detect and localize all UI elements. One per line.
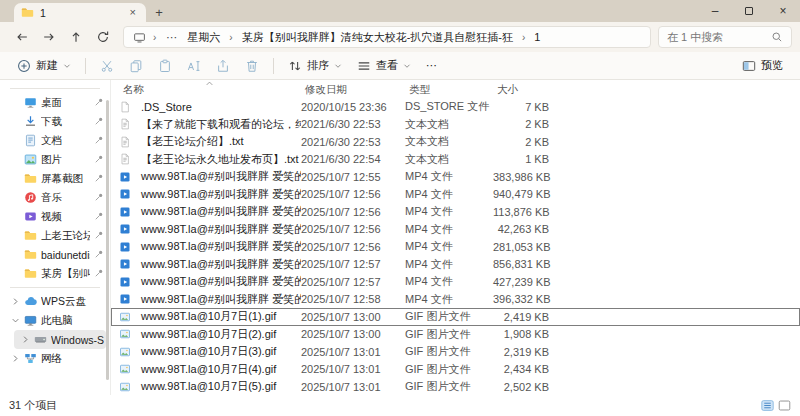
file-row[interactable]: .DS_Store2020/10/15 23:36DS_STORE 文件7 KB xyxy=(111,98,800,116)
maximize-button[interactable] xyxy=(732,0,766,22)
file-row[interactable]: www.98T.la@10月7日(2).gif2025/10/7 13:00GI… xyxy=(111,326,800,344)
breadcrumb-item[interactable]: 某房【别叫我胖胖】清纯女大校花-扒穴道具自慰狂插-狂 xyxy=(240,30,515,45)
maximize-icon xyxy=(745,7,753,15)
file-row[interactable]: www.98T.la@#别叫我胖胖 爱笑的傻白甜学妹...2025/10/7 1… xyxy=(111,203,800,221)
sidebar-item-图片[interactable]: 图片 xyxy=(4,150,106,169)
preview-button-label: 预览 xyxy=(761,58,783,73)
breadcrumb-item[interactable]: 1 xyxy=(532,31,542,43)
search-input[interactable]: 在 1 中搜索 xyxy=(658,26,792,48)
preview-button[interactable]: 预览 xyxy=(735,54,790,78)
paste-button[interactable] xyxy=(151,54,179,78)
sidebar-item-文档[interactable]: 文档 xyxy=(4,131,106,150)
sidebar-item-网络[interactable]: 网络 xyxy=(4,349,106,368)
sidebar-item-label: WPS云盘 xyxy=(41,295,104,309)
breadcrumb-item[interactable]: 星期六 xyxy=(185,30,222,45)
sidebar-divider xyxy=(10,287,100,288)
file-mp4-icon xyxy=(119,241,137,253)
view-icon xyxy=(357,59,371,73)
forward-button[interactable] xyxy=(35,25,62,49)
file-size: 2,434 KB xyxy=(493,363,549,375)
file-date: 2025/10/7 12:58 xyxy=(301,293,405,305)
tab-bar: 1 × + – × xyxy=(0,0,800,22)
up-button[interactable] xyxy=(62,25,89,49)
share-button[interactable] xyxy=(209,54,237,78)
sidebar-item-下载[interactable]: 下载 xyxy=(4,112,106,131)
file-size: 383,986 KB xyxy=(493,171,549,183)
column-header-大小[interactable]: 大小 xyxy=(493,83,549,97)
file-row[interactable]: www.98T.la@10月7日(3).gif2025/10/7 13:01GI… xyxy=(111,343,800,361)
navigation-bar: ›⋯星期六›某房【别叫我胖胖】清纯女大校花-扒穴道具自慰狂插-狂›1 在 1 中… xyxy=(0,22,800,52)
file-name: www.98T.la@10月7日(1).gif xyxy=(137,309,301,324)
file-gif-icon xyxy=(119,381,137,393)
rename-icon xyxy=(187,59,201,73)
sidebar-item-上老王论坛当[interactable]: 上老王论坛当 xyxy=(4,226,106,245)
file-row[interactable]: www.98T.la@#别叫我胖胖 爱笑的傻白甜学妹...2025/10/7 1… xyxy=(111,291,800,309)
delete-button[interactable] xyxy=(238,54,266,78)
chevron-down-icon[interactable] xyxy=(10,316,20,325)
sidebar-item-桌面[interactable]: 桌面 xyxy=(4,93,106,112)
column-header-修改日期[interactable]: 修改日期 xyxy=(301,83,405,97)
more-options-button[interactable]: ⋯ xyxy=(419,54,444,78)
preview-pane-icon xyxy=(742,59,756,73)
sidebar-item-baidunetdisl[interactable]: baidunetdisl xyxy=(4,245,106,264)
sidebar-item-此电脑[interactable]: 此电脑 xyxy=(4,311,106,330)
new-button[interactable]: 新建 xyxy=(10,54,78,78)
file-row[interactable]: 【老王论坛永久地址发布页】.txt2021/6/30 22:54文本文档1 KB xyxy=(111,151,800,169)
file-row[interactable]: 【老王论坛介绍】.txt2021/6/30 22:53文本文档2 KB xyxy=(111,133,800,151)
column-header-名称[interactable]: 名称 xyxy=(119,83,301,97)
breadcrumb-ellipsis[interactable]: ⋯ xyxy=(163,31,180,44)
refresh-button[interactable] xyxy=(89,25,116,49)
explorer-tab[interactable]: 1 × xyxy=(14,3,146,22)
new-button-label: 新建 xyxy=(36,58,58,73)
sidebar-item-屏幕截图[interactable]: 屏幕截图 xyxy=(4,169,106,188)
file-gif-icon xyxy=(119,346,137,358)
sidebar-item-视频[interactable]: 视频 xyxy=(4,207,106,226)
file-row[interactable]: www.98T.la@#别叫我胖胖 爱笑的傻白甜学妹...2025/10/7 1… xyxy=(111,256,800,274)
file-size: 281,053 KB xyxy=(493,241,549,253)
sidebar-item-音乐[interactable]: 音乐 xyxy=(4,188,106,207)
cut-button[interactable] xyxy=(93,54,121,78)
file-type: MP4 文件 xyxy=(405,204,493,219)
address-bar[interactable]: ›⋯星期六›某房【别叫我胖胖】清纯女大校花-扒穴道具自慰狂插-狂›1 xyxy=(123,26,651,48)
chevron-right-icon[interactable] xyxy=(20,335,30,344)
view-button-label: 查看 xyxy=(376,58,398,73)
file-row[interactable]: www.98T.la@10月7日(5).gif2025/10/7 13:01GI… xyxy=(111,378,800,395)
chevron-right-icon[interactable] xyxy=(10,297,20,306)
minimize-button[interactable]: – xyxy=(698,0,732,22)
sidebar-item-某房【别叫我[interactable]: 某房【别叫我 xyxy=(4,264,106,283)
file-name: www.98T.la@#别叫我胖胖 爱笑的傻白甜学妹... xyxy=(137,187,301,202)
sidebar-item-WPS云盘[interactable]: WPS云盘 xyxy=(4,292,106,311)
file-row[interactable]: www.98T.la@#别叫我胖胖 爱笑的傻白甜学妹...2025/10/7 1… xyxy=(111,238,800,256)
file-date: 2025/10/7 12:56 xyxy=(301,223,405,235)
details-view-icon[interactable] xyxy=(761,399,774,412)
back-button[interactable] xyxy=(8,25,35,49)
sidebar-scrollbar[interactable] xyxy=(106,100,109,380)
tab-close-icon[interactable]: × xyxy=(127,7,139,18)
sort-button[interactable]: 排序 xyxy=(281,54,349,78)
file-size: 42,263 KB xyxy=(493,223,549,235)
rename-button[interactable] xyxy=(180,54,208,78)
file-row[interactable]: www.98T.la@#别叫我胖胖 爱笑的傻白甜学妹...2025/10/7 1… xyxy=(111,273,800,291)
close-button[interactable]: × xyxy=(766,0,800,22)
chevron-right-icon[interactable] xyxy=(10,354,20,363)
sidebar-item-label: 文档 xyxy=(41,134,90,148)
share-icon xyxy=(216,59,230,73)
search-placeholder: 在 1 中搜索 xyxy=(667,30,723,45)
file-size: 1,908 KB xyxy=(493,328,549,340)
column-header-类型[interactable]: 类型 xyxy=(405,83,493,97)
file-row[interactable]: www.98T.la@#别叫我胖胖 爱笑的傻白甜学妹...2025/10/7 1… xyxy=(111,221,800,239)
thumbnails-view-icon[interactable] xyxy=(778,399,791,412)
monitor-icon xyxy=(133,31,146,44)
file-row[interactable]: 【来了就能下载和观看的论坛，纯免费！】.txt2021/6/30 22:53文本… xyxy=(111,116,800,134)
file-row[interactable]: www.98T.la@#别叫我胖胖 爱笑的傻白甜学妹...2025/10/7 1… xyxy=(111,186,800,204)
file-row[interactable]: www.98T.la@10月7日(4).gif2025/10/7 13:01GI… xyxy=(111,361,800,379)
copy-button[interactable] xyxy=(122,54,150,78)
file-date: 2025/10/7 13:01 xyxy=(301,346,405,358)
file-mp4-icon xyxy=(119,206,137,218)
file-row[interactable]: www.98T.la@#别叫我胖胖 爱笑的傻白甜学妹...2025/10/7 1… xyxy=(111,168,800,186)
sidebar-item-Windows-SSD[interactable]: Windows-SSD xyxy=(14,330,106,349)
new-tab-button[interactable]: + xyxy=(146,3,172,22)
document-icon xyxy=(24,134,37,147)
file-row[interactable]: www.98T.la@10月7日(1).gif2025/10/7 13:00GI… xyxy=(111,308,800,326)
view-button[interactable]: 查看 xyxy=(350,54,418,78)
